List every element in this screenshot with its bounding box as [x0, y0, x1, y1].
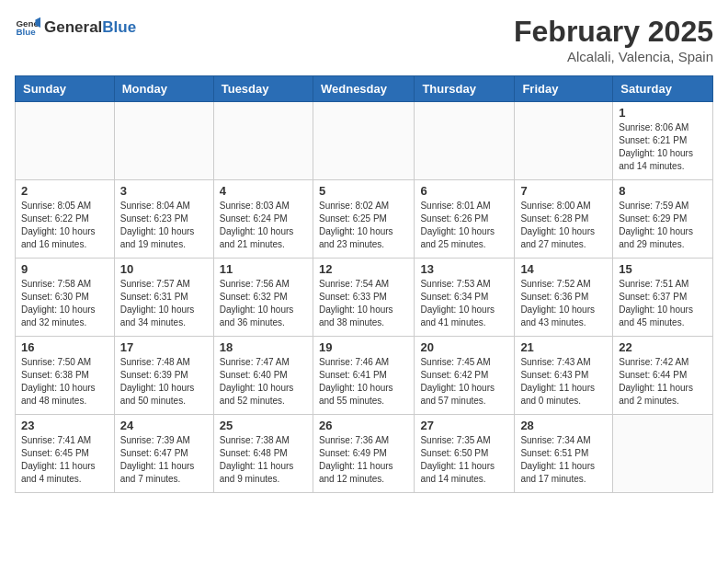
- calendar-cell: 10Sunrise: 7:57 AMSunset: 6:31 PMDayligh…: [114, 259, 213, 337]
- day-number: 22: [619, 340, 707, 354]
- day-number: 9: [21, 262, 108, 276]
- calendar-cell: 16Sunrise: 7:50 AMSunset: 6:38 PMDayligh…: [16, 337, 115, 415]
- day-number: 16: [21, 340, 108, 354]
- logo-icon: General Blue: [15, 15, 40, 40]
- day-info: Sunrise: 7:48 AMSunset: 6:39 PMDaylight:…: [120, 356, 208, 408]
- week-row-4: 23Sunrise: 7:41 AMSunset: 6:45 PMDayligh…: [16, 415, 713, 493]
- day-info: Sunrise: 8:05 AMSunset: 6:22 PMDaylight:…: [21, 200, 108, 251]
- calendar-cell: [213, 102, 313, 180]
- calendar-cell: [515, 102, 613, 180]
- day-number: 24: [120, 419, 208, 432]
- calendar-cell: 26Sunrise: 7:36 AMSunset: 6:49 PMDayligh…: [313, 415, 414, 493]
- calendar-cell: 15Sunrise: 7:51 AMSunset: 6:37 PMDayligh…: [613, 259, 713, 337]
- day-info: Sunrise: 7:38 AMSunset: 6:48 PMDaylight:…: [220, 434, 307, 486]
- title-block: February 2025 Alcalali, Valencia, Spain: [514, 15, 713, 64]
- day-number: 4: [220, 184, 307, 198]
- day-info: Sunrise: 7:35 AMSunset: 6:50 PMDaylight:…: [420, 434, 508, 486]
- svg-text:Blue: Blue: [16, 27, 36, 37]
- calendar-cell: 13Sunrise: 7:53 AMSunset: 6:34 PMDayligh…: [415, 259, 515, 337]
- col-saturday: Saturday: [613, 76, 713, 102]
- day-number: 13: [420, 262, 508, 276]
- day-info: Sunrise: 7:43 AMSunset: 6:43 PMDaylight:…: [520, 356, 607, 408]
- col-monday: Monday: [114, 76, 213, 102]
- day-info: Sunrise: 7:47 AMSunset: 6:40 PMDaylight:…: [220, 356, 307, 408]
- day-number: 10: [120, 262, 208, 276]
- day-info: Sunrise: 7:36 AMSunset: 6:49 PMDaylight:…: [319, 434, 408, 486]
- calendar-cell: 12Sunrise: 7:54 AMSunset: 6:33 PMDayligh…: [313, 259, 414, 337]
- calendar-cell: 18Sunrise: 7:47 AMSunset: 6:40 PMDayligh…: [213, 337, 313, 415]
- header-row: Sunday Monday Tuesday Wednesday Thursday…: [16, 76, 713, 102]
- day-info: Sunrise: 8:04 AMSunset: 6:23 PMDaylight:…: [120, 200, 208, 251]
- day-number: 15: [619, 262, 707, 276]
- day-info: Sunrise: 7:45 AMSunset: 6:42 PMDaylight:…: [420, 356, 508, 408]
- day-number: 7: [520, 184, 607, 198]
- day-info: Sunrise: 7:41 AMSunset: 6:45 PMDaylight:…: [21, 434, 108, 486]
- day-number: 26: [319, 419, 408, 432]
- day-number: 8: [619, 184, 707, 198]
- calendar-cell: 4Sunrise: 8:03 AMSunset: 6:24 PMDaylight…: [213, 180, 313, 259]
- logo: General Blue GeneralBlue: [15, 15, 136, 40]
- day-info: Sunrise: 7:39 AMSunset: 6:47 PMDaylight:…: [120, 434, 208, 486]
- col-tuesday: Tuesday: [213, 76, 313, 102]
- day-info: Sunrise: 7:46 AMSunset: 6:41 PMDaylight:…: [319, 356, 408, 408]
- day-number: 3: [120, 184, 208, 198]
- day-info: Sunrise: 7:51 AMSunset: 6:37 PMDaylight:…: [619, 278, 707, 329]
- calendar-cell: 3Sunrise: 8:04 AMSunset: 6:23 PMDaylight…: [114, 180, 213, 259]
- calendar-cell: 28Sunrise: 7:34 AMSunset: 6:51 PMDayligh…: [515, 415, 613, 493]
- day-number: 23: [21, 419, 108, 432]
- calendar-cell: 1Sunrise: 8:06 AMSunset: 6:21 PMDaylight…: [613, 102, 713, 180]
- calendar-cell: 23Sunrise: 7:41 AMSunset: 6:45 PMDayligh…: [16, 415, 115, 493]
- day-info: Sunrise: 7:58 AMSunset: 6:30 PMDaylight:…: [21, 278, 108, 329]
- day-number: 27: [420, 419, 508, 432]
- week-row-3: 16Sunrise: 7:50 AMSunset: 6:38 PMDayligh…: [16, 337, 713, 415]
- calendar-cell: 9Sunrise: 7:58 AMSunset: 6:30 PMDaylight…: [16, 259, 115, 337]
- col-friday: Friday: [515, 76, 613, 102]
- calendar-cell: [16, 102, 115, 180]
- day-info: Sunrise: 8:02 AMSunset: 6:25 PMDaylight:…: [319, 200, 408, 251]
- day-number: 20: [420, 340, 508, 354]
- day-number: 17: [120, 340, 208, 354]
- day-number: 11: [220, 262, 307, 276]
- day-info: Sunrise: 8:03 AMSunset: 6:24 PMDaylight:…: [220, 200, 307, 251]
- week-row-0: 1Sunrise: 8:06 AMSunset: 6:21 PMDaylight…: [16, 102, 713, 180]
- day-info: Sunrise: 8:00 AMSunset: 6:28 PMDaylight:…: [520, 200, 607, 251]
- page-header: General Blue GeneralBlue February 2025 A…: [15, 15, 713, 64]
- calendar-cell: [114, 102, 213, 180]
- day-info: Sunrise: 7:34 AMSunset: 6:51 PMDaylight:…: [520, 434, 607, 486]
- day-number: 19: [319, 340, 408, 354]
- day-info: Sunrise: 7:52 AMSunset: 6:36 PMDaylight:…: [520, 278, 607, 329]
- calendar-cell: 19Sunrise: 7:46 AMSunset: 6:41 PMDayligh…: [313, 337, 414, 415]
- calendar-cell: [415, 102, 515, 180]
- week-row-2: 9Sunrise: 7:58 AMSunset: 6:30 PMDaylight…: [16, 259, 713, 337]
- logo-blue: Blue: [102, 18, 136, 36]
- calendar-cell: 22Sunrise: 7:42 AMSunset: 6:44 PMDayligh…: [613, 337, 713, 415]
- calendar-table: Sunday Monday Tuesday Wednesday Thursday…: [15, 75, 713, 493]
- calendar-cell: 11Sunrise: 7:56 AMSunset: 6:32 PMDayligh…: [213, 259, 313, 337]
- calendar-cell: 20Sunrise: 7:45 AMSunset: 6:42 PMDayligh…: [415, 337, 515, 415]
- calendar-cell: 27Sunrise: 7:35 AMSunset: 6:50 PMDayligh…: [415, 415, 515, 493]
- day-info: Sunrise: 7:57 AMSunset: 6:31 PMDaylight:…: [120, 278, 208, 329]
- day-number: 14: [520, 262, 607, 276]
- day-number: 21: [520, 340, 607, 354]
- calendar-cell: 17Sunrise: 7:48 AMSunset: 6:39 PMDayligh…: [114, 337, 213, 415]
- col-wednesday: Wednesday: [313, 76, 414, 102]
- calendar-title: February 2025: [514, 15, 713, 49]
- logo-general: General: [44, 18, 102, 36]
- calendar-cell: [313, 102, 414, 180]
- day-info: Sunrise: 7:50 AMSunset: 6:38 PMDaylight:…: [21, 356, 108, 408]
- day-info: Sunrise: 7:53 AMSunset: 6:34 PMDaylight:…: [420, 278, 508, 329]
- day-number: 12: [319, 262, 408, 276]
- day-info: Sunrise: 7:54 AMSunset: 6:33 PMDaylight:…: [319, 278, 408, 329]
- day-number: 2: [21, 184, 108, 198]
- calendar-cell: 6Sunrise: 8:01 AMSunset: 6:26 PMDaylight…: [415, 180, 515, 259]
- calendar-cell: 14Sunrise: 7:52 AMSunset: 6:36 PMDayligh…: [515, 259, 613, 337]
- calendar-cell: 25Sunrise: 7:38 AMSunset: 6:48 PMDayligh…: [213, 415, 313, 493]
- calendar-cell: 21Sunrise: 7:43 AMSunset: 6:43 PMDayligh…: [515, 337, 613, 415]
- day-number: 25: [220, 419, 307, 432]
- calendar-cell: [613, 415, 713, 493]
- day-number: 5: [319, 184, 408, 198]
- col-thursday: Thursday: [415, 76, 515, 102]
- day-number: 1: [619, 106, 707, 120]
- day-number: 28: [520, 419, 607, 432]
- day-info: Sunrise: 7:59 AMSunset: 6:29 PMDaylight:…: [619, 200, 707, 251]
